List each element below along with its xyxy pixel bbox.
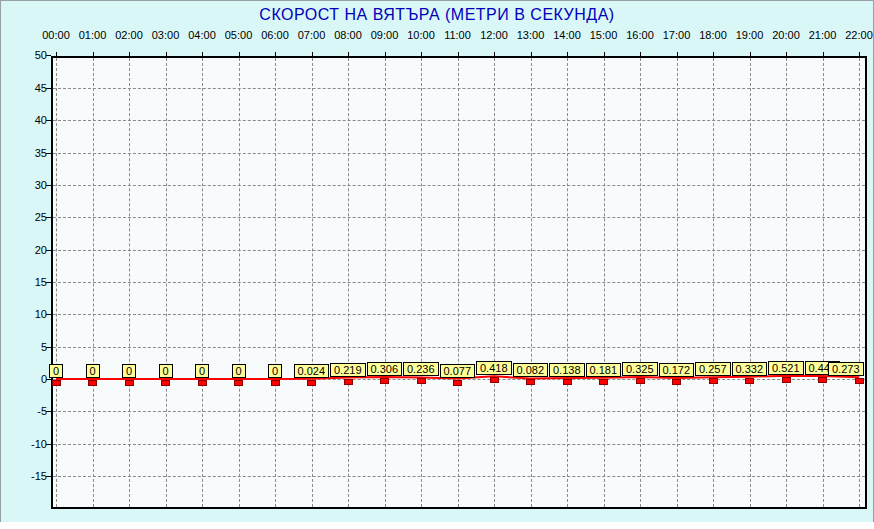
data-value-label: 0 bbox=[232, 364, 246, 378]
data-value-label: 0.181 bbox=[586, 363, 622, 377]
y-axis-tick-label: 15 bbox=[11, 276, 47, 288]
x-axis-tick-label: 21:00 bbox=[809, 29, 837, 41]
x-axis-tick-label: 05:00 bbox=[225, 29, 253, 41]
data-point-marker bbox=[198, 380, 207, 386]
y-axis-tick-label: -15 bbox=[11, 470, 47, 482]
data-value-label: 0.418 bbox=[476, 361, 512, 375]
data-value-label: 0 bbox=[195, 364, 209, 378]
y-axis-tick-label: 45 bbox=[11, 82, 47, 94]
y-axis-tick-label: 40 bbox=[11, 114, 47, 126]
data-value-label: 0.257 bbox=[695, 362, 731, 376]
data-point-marker bbox=[380, 378, 389, 384]
data-value-label: 0.521 bbox=[768, 361, 804, 375]
x-axis-tick-label: 03:00 bbox=[152, 29, 180, 41]
data-value-label: 0.325 bbox=[622, 362, 658, 376]
data-point-marker bbox=[563, 379, 572, 385]
data-point-marker bbox=[818, 377, 827, 383]
data-value-label: 0.219 bbox=[330, 363, 366, 377]
data-point-marker bbox=[271, 380, 280, 386]
x-axis-tick-label: 00:00 bbox=[42, 29, 70, 41]
data-point-marker bbox=[745, 378, 754, 384]
x-axis-tick-label: 16:00 bbox=[626, 29, 654, 41]
data-value-label: 0.236 bbox=[403, 362, 439, 376]
data-point-marker bbox=[125, 380, 134, 386]
x-axis-tick-label: 09:00 bbox=[371, 29, 399, 41]
data-point-marker bbox=[307, 380, 316, 386]
data-value-label: 0.082 bbox=[513, 363, 549, 377]
data-point-marker bbox=[855, 378, 864, 384]
data-point-marker bbox=[636, 378, 645, 384]
data-point-marker bbox=[672, 379, 681, 385]
data-value-label: 0 bbox=[268, 364, 282, 378]
y-axis-tick-label: 25 bbox=[11, 211, 47, 223]
x-axis-tick-label: 12:00 bbox=[480, 29, 508, 41]
data-value-label: 0.306 bbox=[367, 362, 403, 376]
x-axis-tick-label: 01:00 bbox=[79, 29, 107, 41]
data-value-label: 0 bbox=[159, 364, 173, 378]
x-axis-tick-label: 10:00 bbox=[407, 29, 435, 41]
data-value-label: 0.172 bbox=[659, 363, 695, 377]
data-point-marker bbox=[234, 380, 243, 386]
data-point-marker bbox=[161, 380, 170, 386]
data-value-label: 0 bbox=[122, 364, 136, 378]
data-point-marker bbox=[599, 379, 608, 385]
data-point-marker bbox=[526, 379, 535, 385]
x-axis-tick-label: 18:00 bbox=[699, 29, 727, 41]
x-axis-tick-label: 13:00 bbox=[517, 29, 545, 41]
data-point-marker bbox=[490, 377, 499, 383]
y-axis-tick-label: 20 bbox=[11, 244, 47, 256]
data-point-marker bbox=[782, 377, 791, 383]
x-axis-tick-label: 15:00 bbox=[590, 29, 618, 41]
x-axis-tick-label: 06:00 bbox=[261, 29, 289, 41]
data-value-label: 0.332 bbox=[732, 362, 768, 376]
y-axis-tick-label: 10 bbox=[11, 308, 47, 320]
x-axis-tick-label: 07:00 bbox=[298, 29, 326, 41]
y-axis-tick-label: -10 bbox=[11, 438, 47, 450]
chart-title: СКОРОСТ НА ВЯТЪРА (МЕТРИ В СЕКУНДА) bbox=[1, 6, 873, 24]
data-value-label: 0.077 bbox=[440, 364, 476, 378]
y-axis-tick-label: 50 bbox=[11, 49, 47, 61]
data-point-marker bbox=[344, 379, 353, 385]
wind-speed-series-line bbox=[53, 58, 865, 507]
data-point-marker bbox=[417, 378, 426, 384]
x-axis-tick-label: 02:00 bbox=[115, 29, 143, 41]
x-axis-tick-label: 22:00 bbox=[845, 29, 873, 41]
data-value-label: 0 bbox=[86, 364, 100, 378]
data-value-label: 0.273 bbox=[828, 362, 864, 376]
data-point-marker bbox=[709, 378, 718, 384]
y-axis-tick-label: 5 bbox=[11, 341, 47, 353]
x-axis-tick-label: 20:00 bbox=[772, 29, 800, 41]
data-point-marker bbox=[453, 380, 462, 386]
plot-area: 00000000.0240.2190.3060.2360.0770.4180.0… bbox=[51, 56, 867, 509]
y-axis-tick-label: 30 bbox=[11, 179, 47, 191]
y-axis-tick-label: 35 bbox=[11, 147, 47, 159]
data-value-label: 0.138 bbox=[549, 363, 585, 377]
data-point-marker bbox=[52, 380, 61, 386]
x-axis-tick-label: 14:00 bbox=[553, 29, 581, 41]
data-point-marker bbox=[88, 380, 97, 386]
y-axis-tick-label: -5 bbox=[11, 405, 47, 417]
x-axis-tick-label: 17:00 bbox=[663, 29, 691, 41]
x-axis-tick-label: 08:00 bbox=[334, 29, 362, 41]
data-value-label: 0.024 bbox=[294, 364, 330, 378]
wind-speed-chart-window: СКОРОСТ НА ВЯТЪРА (МЕТРИ В СЕКУНДА) 00:0… bbox=[0, 0, 874, 522]
x-axis-tick-label: 11:00 bbox=[444, 29, 471, 41]
x-axis-tick-label: 04:00 bbox=[188, 29, 216, 41]
x-axis-tick-label: 19:00 bbox=[736, 29, 764, 41]
y-axis-tick-label: 0 bbox=[11, 373, 47, 385]
data-value-label: 0 bbox=[49, 364, 63, 378]
